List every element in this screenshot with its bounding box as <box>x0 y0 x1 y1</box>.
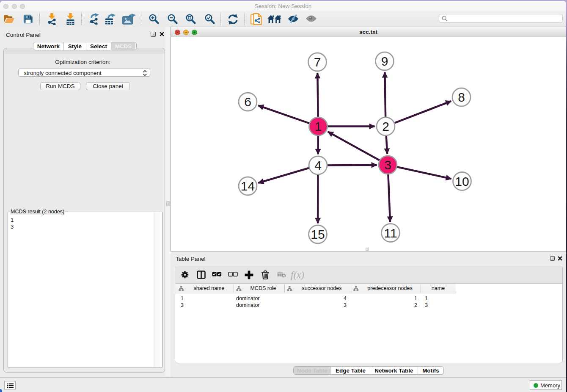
svg-text:15: 15 <box>311 227 325 241</box>
svg-text:2: 2 <box>382 119 389 133</box>
svg-text:4: 4 <box>314 158 322 172</box>
svg-text:11: 11 <box>384 226 397 240</box>
svg-text:8: 8 <box>458 90 465 104</box>
svg-text:9: 9 <box>381 54 388 68</box>
svg-text:14: 14 <box>241 179 255 193</box>
svg-text:1: 1 <box>315 119 322 133</box>
svg-text:3: 3 <box>384 158 391 172</box>
svg-text:6: 6 <box>244 95 251 109</box>
svg-text:10: 10 <box>455 174 469 188</box>
svg-text:7: 7 <box>314 55 321 69</box>
